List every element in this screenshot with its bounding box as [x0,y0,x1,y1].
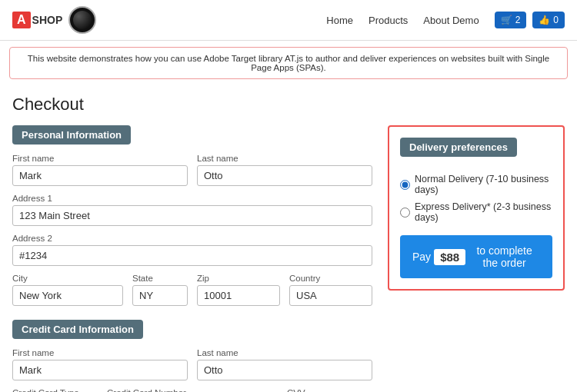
zip-label: Zip [197,274,280,283]
cc-last-name-input[interactable] [197,360,372,380]
express-delivery-option[interactable]: Express Delivery* (2-3 business days) [400,201,552,223]
normal-delivery-radio[interactable] [400,180,410,190]
city-group: City [12,274,123,306]
delivery-panel: Delivery preferences Normal Delivery (7-… [388,125,565,291]
main-content: Checkout Personal Information First name… [0,85,577,392]
first-name-label: First name [12,154,188,163]
page-title: Checkout [12,95,565,115]
cvv-group: CVV [287,388,372,392]
address2-row: Address 2 [12,234,372,266]
logo-a: A [12,12,31,28]
name-row: First name Last name [12,154,372,186]
like-icon: 👍 [539,15,550,25]
state-input[interactable] [132,285,188,306]
nav-products[interactable]: Products [369,15,408,26]
last-name-label: Last name [197,154,372,163]
express-delivery-label: Express Delivery* (2-3 business days) [415,201,552,223]
normal-delivery-option[interactable]: Normal Delivery (7-10 business days) [400,174,552,195]
delivery-header: Delivery preferences [400,138,517,157]
address1-group: Address 1 [12,194,372,226]
pay-button[interactable]: Pay $88 to complete the order [400,235,552,278]
credit-card-header: Credit Card Information [12,320,143,339]
logo-spinner [73,11,92,29]
cc-last-name-group: Last name [197,348,372,380]
cc-number-group: Credit Card Number [107,388,278,392]
pay-amount: $88 [434,249,465,265]
first-name-input[interactable] [12,165,188,186]
country-label: Country [289,274,372,283]
header: A SHOP Home Products About Demo 🛒 2 👍 0 [0,0,577,41]
zip-input[interactable] [197,285,280,306]
first-name-group: First name [12,154,188,186]
nav-about[interactable]: About Demo [423,15,479,26]
cart-count: 2 [515,15,521,25]
delivery-options: Normal Delivery (7-10 business days) Exp… [400,174,552,223]
left-column: Personal Information First name Last nam… [12,125,372,392]
like-count: 0 [553,15,559,25]
cc-details-row: Credit Card Type Visa MasterCard Amex Cr… [12,388,372,392]
state-group: State [132,274,188,306]
logo-shop: SHOP [32,14,63,26]
city-state-row: City State Zip Country [12,274,372,306]
express-delivery-radio[interactable] [400,208,410,218]
cc-first-name-group: First name [12,348,188,380]
right-column: Delivery preferences Normal Delivery (7-… [388,125,565,392]
city-label: City [12,274,123,283]
nav-icons: 🛒 2 👍 0 [495,12,565,28]
last-name-group: Last name [197,154,372,186]
cart-button[interactable]: 🛒 2 [495,12,527,28]
cart-icon: 🛒 [501,15,512,25]
cvv-label: CVV [287,388,372,392]
logo-area: A SHOP [12,6,96,34]
nav-links: Home Products About Demo 🛒 2 👍 0 [326,12,565,28]
address1-label: Address 1 [12,194,372,203]
logo-icon [68,6,96,34]
cc-first-name-input[interactable] [12,360,188,380]
zip-group: Zip [197,274,280,306]
country-group: Country [289,274,372,306]
city-input[interactable] [12,285,123,306]
pay-prefix: Pay [412,251,431,263]
last-name-input[interactable] [197,165,372,186]
info-banner: This website demonstrates how you can us… [9,47,568,79]
normal-delivery-label: Normal Delivery (7-10 business days) [415,174,552,195]
cc-type-group: Credit Card Type Visa MasterCard Amex [12,388,98,392]
address1-row: Address 1 [12,194,372,226]
nav-home[interactable]: Home [326,15,353,26]
cc-type-label: Credit Card Type [12,388,98,392]
pay-suffix: to complete the order [469,244,540,269]
state-label: State [132,274,188,283]
cc-name-row: First name Last name [12,348,372,380]
cc-last-name-label: Last name [197,348,372,357]
credit-card-section: Credit Card Information First name Last … [12,320,372,392]
checkout-layout: Personal Information First name Last nam… [12,125,565,392]
cc-number-label: Credit Card Number [107,388,278,392]
personal-info-header: Personal Information [12,125,131,145]
personal-info-section: Personal Information First name Last nam… [12,125,372,306]
cc-first-name-label: First name [12,348,188,357]
address2-input[interactable] [12,245,372,266]
like-button[interactable]: 👍 0 [532,12,565,28]
address2-group: Address 2 [12,234,372,266]
address2-label: Address 2 [12,234,372,243]
address1-input[interactable] [12,205,372,226]
country-input[interactable] [289,285,372,306]
